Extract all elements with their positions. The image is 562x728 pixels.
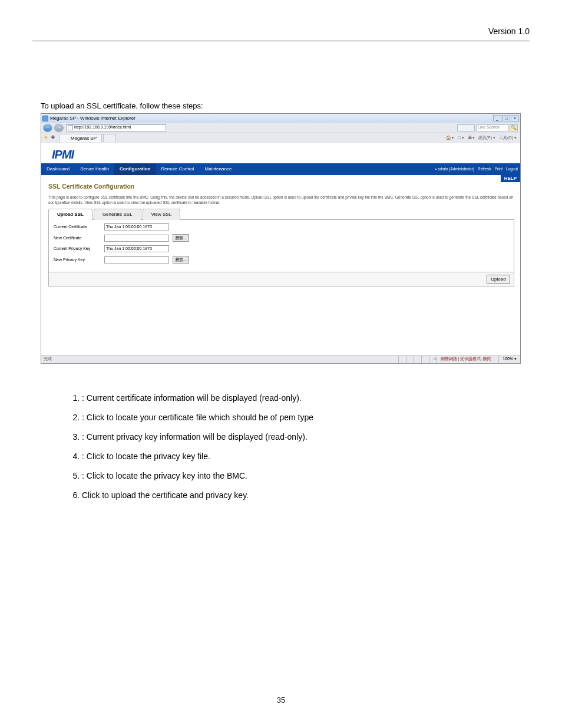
print-link[interactable]: Print <box>495 166 503 172</box>
menu-maintenance[interactable]: Maintenance <box>200 163 237 175</box>
step-5: : Click to locate the privacy key into t… <box>82 470 521 482</box>
step-1: : Current certificate information will b… <box>82 392 521 404</box>
step-3: : Current privacy key information will b… <box>82 431 521 443</box>
feeds-icon[interactable]: □ ▾ <box>458 135 464 141</box>
menu-dashboard[interactable]: Dashboard <box>41 163 75 175</box>
help-button[interactable]: HELP <box>501 175 520 182</box>
favorites-icon[interactable]: ★ <box>44 134 48 142</box>
window-title: Megarac SP - Windows Internet Explorer <box>50 115 135 122</box>
tools-menu[interactable]: 工具(O) ▾ <box>499 135 517 141</box>
menu-configuration[interactable]: Configuration <box>114 163 156 175</box>
zoom-level[interactable]: 100% ▾ <box>498 355 520 363</box>
status-done: 完成 <box>41 356 52 363</box>
search-provider-dropdown[interactable] <box>457 124 475 131</box>
minimize-button[interactable]: _ <box>493 115 501 121</box>
browse-cert-button[interactable]: 瀏覽... <box>173 234 189 242</box>
status-blank2 <box>406 355 414 363</box>
upload-button[interactable]: Upload <box>487 275 510 284</box>
new-cert-field[interactable] <box>104 235 169 242</box>
maximize-button[interactable]: □ <box>502 115 510 121</box>
version-text: Version 1.0 <box>488 27 530 36</box>
status-zone: ⚠ 網際網路 | 受保護模式: 關閉 <box>429 355 499 363</box>
new-cert-label: New Certificate <box>54 235 104 242</box>
status-blank3 <box>414 355 421 363</box>
step-6: Click to upload the certificate and priv… <box>82 489 521 502</box>
tab-generate-ssl[interactable]: Generate SSL <box>94 209 141 220</box>
intro-line: To upload an SSL certificate, follow the… <box>41 100 521 112</box>
step-2: : Click to locate your certificate file … <box>82 411 521 424</box>
back-button[interactable]: ← <box>43 124 52 132</box>
close-button[interactable]: × <box>511 115 519 121</box>
status-blank4 <box>421 355 429 363</box>
tab-view-ssl[interactable]: View SSL <box>143 209 181 220</box>
panel-title: SSL Certificate Configuration <box>48 182 514 192</box>
new-key-label: New Privacy Key <box>54 257 104 263</box>
add-favorite-icon[interactable]: ✚ <box>51 134 55 142</box>
home-icon[interactable]: 🏠 ▾ <box>446 135 454 141</box>
forward-button[interactable]: → <box>54 124 64 132</box>
print-menu[interactable]: 🖶 ▾ <box>468 135 475 141</box>
tab-upload-ssl[interactable]: Upload SSL <box>48 209 92 220</box>
menu-remote-control[interactable]: Remote Control <box>156 163 200 175</box>
step-4: : Click to locate the privacy key file. <box>82 450 521 463</box>
new-tab-button[interactable] <box>103 134 116 142</box>
browse-key-button[interactable]: 瀏覽... <box>173 256 189 263</box>
page-menu[interactable]: 網頁(P) ▾ <box>478 135 495 141</box>
ie-icon <box>42 116 48 121</box>
current-cert-field: Thu Jan 1 00:00:00 1970 <box>104 223 169 230</box>
main-menu: Dashboard Server Health Configuration Re… <box>41 163 520 175</box>
page-icon <box>68 125 73 130</box>
refresh-link[interactable]: Refresh <box>478 166 491 172</box>
search-input[interactable]: Live Search <box>476 124 508 131</box>
logout-link[interactable]: Logout <box>506 166 518 172</box>
new-key-field[interactable] <box>104 256 169 263</box>
current-key-label: Current Privacy Key <box>54 246 104 252</box>
panel-description: This page is used to configure SSL certi… <box>48 195 514 205</box>
current-key-field: Thu Jan 1 00:00:00 1970 <box>104 245 169 252</box>
ipmi-logo: IPMI <box>52 148 74 161</box>
logged-user: • admin (Administrator) <box>435 166 474 172</box>
current-cert-label: Current Certificate <box>54 224 104 230</box>
ipmi-screenshot: Megarac SP - Windows Internet Explorer _… <box>41 113 521 364</box>
status-blank1 <box>398 355 406 363</box>
menu-server-health[interactable]: Server Health <box>75 163 114 175</box>
page-tab-label: Megarac SP <box>71 135 97 142</box>
page-tab[interactable]: Megarac SP <box>59 134 102 142</box>
address-field[interactable]: http://192.168.9.199/index.html <box>66 124 166 131</box>
search-go-button[interactable]: 🔍 <box>510 124 518 131</box>
url-text: http://192.168.9.199/index.html <box>74 124 131 131</box>
page-number: 35 <box>0 696 562 704</box>
